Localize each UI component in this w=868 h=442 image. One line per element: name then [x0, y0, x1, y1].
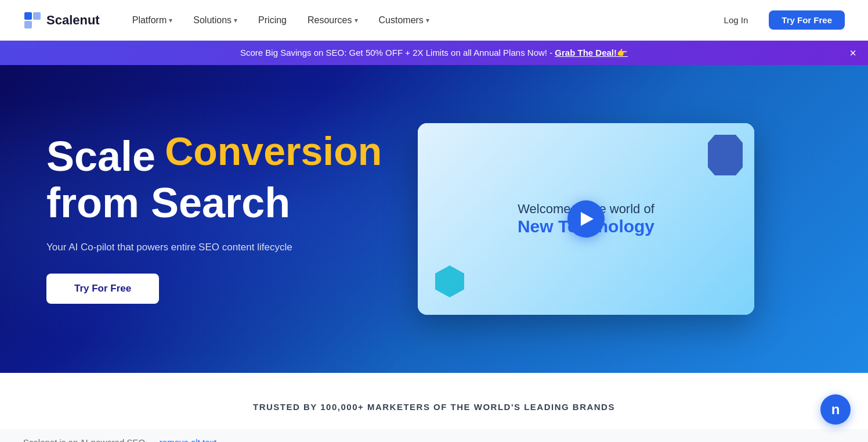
navbar-try-button[interactable]: Try For Free: [769, 10, 845, 30]
remove-alt-text-link[interactable]: remove alt text: [160, 437, 216, 442]
video-inner: Welcome to the world of New Technology: [418, 123, 754, 315]
nav-resources-chevron-icon: ▾: [355, 16, 358, 24]
bottom-text: Scalenet is an AI-powered SEO ...: [23, 437, 155, 442]
navbar-actions: Log In Try For Free: [713, 10, 845, 30]
navbar: Scalenut Platform ▾ Solutions ▾ Pricing …: [0, 0, 868, 41]
bottom-bar: Scalenet is an AI-powered SEO ... remove…: [0, 429, 868, 442]
hero-video[interactable]: Welcome to the world of New Technology: [418, 123, 754, 315]
logo[interactable]: Scalenut: [23, 11, 100, 30]
hero-section: Scale Conversions Demand from Search You…: [0, 65, 868, 373]
hero-subtitle: Your AI Co-pilot that powers entire SEO …: [46, 240, 383, 255]
hero-title-line2: from Search: [46, 180, 383, 226]
navbar-nav: Platform ▾ Solutions ▾ Pricing Resources…: [123, 10, 713, 30]
nav-solutions-label: Solutions: [193, 15, 232, 26]
nav-resources-label: Resources: [308, 15, 352, 26]
nav-customers-label: Customers: [379, 15, 424, 26]
nav-item-solutions[interactable]: Solutions ▾: [184, 10, 247, 30]
floating-chat-badge[interactable]: n: [820, 394, 851, 425]
video-play-button[interactable]: [567, 200, 605, 238]
hero-title-prefix: Scale: [46, 135, 155, 177]
hero-content: Scale Conversions Demand from Search You…: [46, 134, 383, 304]
trusted-section: TRUSTED BY 100,000+ MARKETERS OF THE WOR…: [0, 373, 868, 429]
nav-pricing-label: Pricing: [258, 15, 287, 26]
banner-text: Score Big Savings on SEO: Get 50% OFF + …: [240, 48, 628, 58]
nav-item-resources[interactable]: Resources ▾: [298, 10, 367, 30]
hero-animated-words: Conversions Demand: [165, 134, 383, 178]
nav-item-customers[interactable]: Customers ▾: [370, 10, 439, 30]
play-icon: [581, 212, 594, 226]
hero-title-line1: Scale Conversions Demand: [46, 134, 383, 178]
nav-platform-label: Platform: [132, 15, 167, 26]
logo-icon: [23, 11, 42, 30]
banner-close-button[interactable]: ×: [849, 47, 856, 59]
nav-platform-chevron-icon: ▾: [169, 16, 172, 24]
banner-link[interactable]: Grab The Deal!👉: [555, 48, 628, 58]
banner-message: Score Big Savings on SEO: Get 50% OFF + …: [240, 48, 555, 58]
logo-text: Scalenut: [46, 13, 100, 28]
nav-solutions-chevron-icon: ▾: [234, 16, 237, 24]
promo-banner: Score Big Savings on SEO: Get 50% OFF + …: [0, 41, 868, 65]
nav-customers-chevron-icon: ▾: [426, 16, 429, 24]
hero-animated-word-1: Conversions: [165, 134, 383, 173]
svg-rect-0: [24, 12, 32, 20]
trusted-title: TRUSTED BY 100,000+ MARKETERS OF THE WOR…: [23, 402, 845, 412]
login-button[interactable]: Log In: [713, 10, 760, 30]
nav-item-platform[interactable]: Platform ▾: [123, 10, 182, 30]
hero-cta-button[interactable]: Try For Free: [46, 274, 159, 304]
svg-rect-1: [33, 12, 41, 20]
floating-badge-icon: n: [831, 401, 840, 418]
video-corner-decoration: [708, 135, 743, 175]
nav-item-pricing[interactable]: Pricing: [249, 10, 296, 30]
svg-rect-2: [24, 21, 32, 28]
